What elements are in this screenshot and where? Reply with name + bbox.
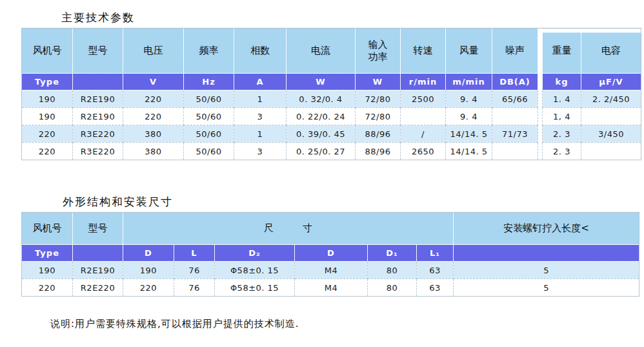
cell: 72/80 <box>356 90 401 108</box>
table-row: 190 R2E190 220 50/60 3 0. 22/0. 24 72/80… <box>22 108 641 125</box>
cell <box>492 143 538 160</box>
unit-cell: V <box>123 74 184 90</box>
cell: 50/60 <box>184 125 234 143</box>
col-header-weight: 重量 <box>543 28 581 74</box>
table-row: 190 R2E190 220 50/60 1 0. 32/0. 4 72/80 … <box>22 90 641 108</box>
unit-cell: r/min <box>401 74 446 90</box>
cell: 2. 3 <box>543 125 581 143</box>
cell: 2. 3 <box>543 143 581 160</box>
col-header-model: 型号 <box>73 213 123 245</box>
table1-main-tech-params: 风机号 型号 电压 频率 相数 电流 输入 功率 转速 风量 噪声 重量 电容 … <box>21 28 641 160</box>
cell: 1. 4 <box>543 90 581 108</box>
cell: 71/73 <box>492 125 538 143</box>
cell: 3 <box>234 108 287 125</box>
col-header-fan-no: 风机号 <box>22 213 73 245</box>
table2-dimensions: 风机号 型号 尺 寸 安装螺钉拧入长度< Type D L D₂ D D₁ L₁… <box>21 212 639 297</box>
cell: 2. 2/450 <box>581 90 641 108</box>
col-header-noise: 噪声 <box>492 28 538 74</box>
cell: 3/450 <box>581 125 641 143</box>
cell: R3E220 <box>73 125 123 143</box>
cell: 5 <box>454 279 639 297</box>
unit-cell <box>73 245 123 262</box>
cell: R2E220 <box>73 279 123 297</box>
col-header-voltage: 电压 <box>123 28 184 74</box>
note-text: 说明:用户需要特殊规格,可以根据用户提供的技术制造. <box>50 318 299 330</box>
cell: R2E190 <box>73 90 123 108</box>
col-header-speed: 转速 <box>401 28 446 74</box>
cell: 9. 4 <box>446 90 492 108</box>
unit-cell: m/min <box>446 74 492 90</box>
cell: 2650 <box>401 143 446 160</box>
col-header-model: 型号 <box>73 28 123 74</box>
cell: 76 <box>174 262 215 279</box>
table2-unit-row: Type D L D₂ D D₁ L₁ <box>22 245 639 262</box>
cell: 3 <box>234 143 287 160</box>
table-row: 220 R3E220 380 50/60 3 0. 25/0. 27 88/96… <box>22 143 641 160</box>
cell: 88/96 <box>356 143 401 160</box>
cell <box>401 108 446 125</box>
cell: 88/96 <box>356 125 401 143</box>
seam-gap <box>538 125 543 143</box>
cell: / <box>401 125 446 143</box>
table1-header-row: 风机号 型号 电压 频率 相数 电流 输入 功率 转速 风量 噪声 重量 电容 <box>22 28 641 74</box>
seam-gap <box>538 74 543 90</box>
unit-cell: kg <box>543 74 581 90</box>
unit-cell <box>73 74 123 90</box>
seam-gap <box>538 143 543 160</box>
cell: 80 <box>368 279 417 297</box>
cell: 1 <box>234 125 287 143</box>
cell: 63 <box>417 262 454 279</box>
table2-title: 外形结构和安装尺寸 <box>63 195 173 209</box>
unit-cell: L₁ <box>417 245 454 262</box>
unit-cell: L <box>174 245 215 262</box>
col-header-input-power: 输入 功率 <box>356 28 401 74</box>
cell <box>492 108 538 125</box>
cell: 0. 39/0. 45 <box>287 125 356 143</box>
cell: 0. 32/0. 4 <box>287 90 356 108</box>
cell: 220 <box>123 90 184 108</box>
col-header-current: 电流 <box>287 28 356 74</box>
cell: 65/66 <box>492 90 538 108</box>
cell <box>581 143 641 160</box>
col-header-phases: 相数 <box>234 28 287 74</box>
cell: Φ58±0. 15 <box>215 279 295 297</box>
col-header-fan-no: 风机号 <box>22 28 73 74</box>
cell: 9. 4 <box>446 108 492 125</box>
col-header-dimensions: 尺 寸 <box>123 213 454 245</box>
cell: 14/14. 5 <box>446 125 492 143</box>
cell: 0. 25/0. 27 <box>287 143 356 160</box>
unit-cell <box>454 245 639 262</box>
cell: 5 <box>454 262 639 279</box>
seam-gap <box>538 90 543 108</box>
unit-cell: Type <box>22 74 73 90</box>
cell: 380 <box>123 125 184 143</box>
cell: 380 <box>123 143 184 160</box>
cell: 220 <box>123 279 174 297</box>
cell: 14/14. 5 <box>446 143 492 160</box>
unit-cell: D₁ <box>368 245 417 262</box>
spec-sheet-page: 主要技术参数 风机号 型号 电压 频率 相数 电流 输入 功率 转速 风量 噪声… <box>0 0 644 347</box>
unit-cell: W <box>356 74 401 90</box>
table-row: 220 R3E220 380 50/60 1 0. 39/0. 45 88/96… <box>22 125 641 143</box>
cell: M4 <box>295 279 368 297</box>
cell: 76 <box>174 279 215 297</box>
cell: 50/60 <box>184 143 234 160</box>
cell: 220 <box>123 108 184 125</box>
unit-cell: μF/V <box>581 74 641 90</box>
cell: R2E190 <box>73 262 123 279</box>
cell: R2E190 <box>73 108 123 125</box>
cell: 220 <box>22 125 73 143</box>
cell: 0. 22/0. 24 <box>287 108 356 125</box>
cell: 1, 4 <box>543 108 581 125</box>
unit-cell: Hz <box>184 74 234 90</box>
cell: Φ58±0. 15 <box>215 262 295 279</box>
unit-cell: W <box>287 74 356 90</box>
cell: 72/80 <box>356 108 401 125</box>
cell: 190 <box>22 262 73 279</box>
seam-gap <box>538 108 543 125</box>
cell: R3E220 <box>73 143 123 160</box>
col-header-screw-depth: 安装螺钉拧入长度< <box>454 213 639 245</box>
table1-title: 主要技术参数 <box>61 10 135 25</box>
col-header-frequency: 频率 <box>184 28 234 74</box>
unit-cell: DB(A) <box>492 74 538 90</box>
